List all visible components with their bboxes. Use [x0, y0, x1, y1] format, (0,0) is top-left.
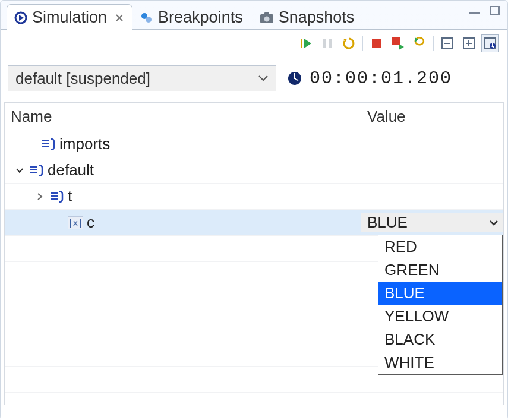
svg-rect-28	[30, 166, 37, 168]
svg-rect-7	[491, 7, 499, 15]
terminate-relaunch-button[interactable]	[389, 34, 407, 52]
variable-icon: |x|	[68, 216, 83, 229]
svg-rect-26	[42, 143, 49, 144]
row-label: default	[48, 161, 94, 179]
svg-rect-29	[30, 169, 37, 170]
tab-simulation[interactable]: Simulation	[7, 4, 132, 30]
svg-rect-11	[372, 39, 381, 48]
table-header: Name Value	[5, 103, 503, 131]
dropdown-option[interactable]: BLACK	[378, 328, 502, 351]
svg-rect-6	[469, 12, 480, 14]
svg-rect-8	[301, 39, 302, 48]
svg-rect-32	[51, 195, 58, 197]
pause-button[interactable]	[318, 34, 336, 52]
chevron-down-icon[interactable]	[489, 219, 498, 226]
dropdown-option[interactable]: YELLOW	[378, 305, 502, 328]
value-dropdown[interactable]: REDGREENBLUEYELLOWBLACKWHITE	[378, 235, 503, 375]
row-label: t	[68, 187, 72, 206]
tab-label: Snapshots	[279, 8, 355, 27]
simulation-tab-icon	[14, 11, 27, 24]
debug-toolbar	[4, 30, 504, 57]
step-cycle-button[interactable]	[411, 34, 428, 52]
table-row-default[interactable]: default	[5, 157, 503, 184]
svg-point-5	[264, 16, 269, 21]
window-controls	[468, 5, 501, 16]
separator	[362, 36, 363, 51]
svg-rect-25	[42, 140, 49, 141]
thread-select[interactable]: default [suspended]	[8, 65, 276, 91]
namespace-icon	[29, 164, 44, 177]
namespace-icon	[40, 138, 56, 151]
column-value-header[interactable]: Value	[361, 103, 503, 131]
table-row-t[interactable]: t	[5, 184, 503, 210]
svg-rect-33	[51, 198, 58, 200]
close-icon[interactable]	[115, 14, 124, 22]
svg-rect-14	[444, 43, 450, 44]
thread-select-label: default [suspended]	[15, 70, 150, 88]
toggle-watch-button[interactable]	[481, 34, 499, 52]
column-name-header[interactable]: Name	[5, 103, 361, 131]
svg-point-2	[146, 17, 152, 23]
dropdown-option[interactable]: BLUE	[378, 282, 502, 305]
table-row-imports[interactable]: imports	[5, 131, 503, 157]
clock-icon	[287, 71, 302, 86]
chevron-right-icon[interactable]	[34, 192, 45, 201]
dropdown-option[interactable]: GREEN	[378, 258, 502, 282]
simulation-view: Simulation Breakpoints S	[0, 0, 508, 420]
breakpoints-tab-icon	[140, 11, 153, 24]
row-label: imports	[59, 135, 110, 153]
snapshots-tab-icon	[260, 12, 274, 24]
tab-label: Simulation	[32, 8, 107, 27]
state-row: default [suspended] 00:00:01.200	[4, 62, 504, 95]
tab-bar: Simulation Breakpoints S	[1, 1, 507, 29]
collapse-all-button[interactable]	[438, 34, 456, 52]
svg-rect-17	[468, 40, 469, 46]
svg-rect-9	[323, 39, 326, 48]
tab-label: Breakpoints	[158, 8, 243, 27]
expand-all-button[interactable]	[460, 34, 478, 52]
table-row-c[interactable]: |x| c BLUE	[5, 210, 503, 236]
chevron-down-icon	[258, 75, 269, 82]
tab-breakpoints[interactable]: Breakpoints	[132, 4, 252, 29]
namespace-icon	[49, 190, 64, 203]
tab-snapshots[interactable]: Snapshots	[252, 4, 364, 29]
terminate-button[interactable]	[368, 34, 386, 52]
resume-button[interactable]	[297, 34, 315, 52]
row-label: c	[87, 213, 94, 232]
svg-rect-30	[30, 172, 37, 173]
value-text: BLUE	[367, 213, 408, 232]
dropdown-option[interactable]: RED	[378, 235, 502, 258]
separator	[433, 36, 434, 51]
sim-time: 00:00:01.200	[287, 68, 452, 89]
svg-rect-10	[329, 39, 332, 48]
dropdown-option[interactable]: WHITE	[378, 351, 502, 374]
value-cell-c[interactable]: BLUE	[361, 213, 503, 232]
content-area: default [suspended] 00:00:01.200 Name Va…	[1, 29, 507, 420]
minimize-icon[interactable]	[468, 5, 481, 16]
maximize-icon[interactable]	[488, 5, 501, 16]
svg-rect-27	[42, 146, 49, 147]
chevron-down-icon[interactable]	[14, 166, 25, 175]
sim-time-value: 00:00:01.200	[310, 68, 452, 89]
restart-button[interactable]	[340, 34, 358, 52]
variables-table: Name Value imports	[4, 102, 504, 405]
svg-rect-31	[51, 192, 58, 194]
svg-rect-4	[264, 12, 269, 15]
